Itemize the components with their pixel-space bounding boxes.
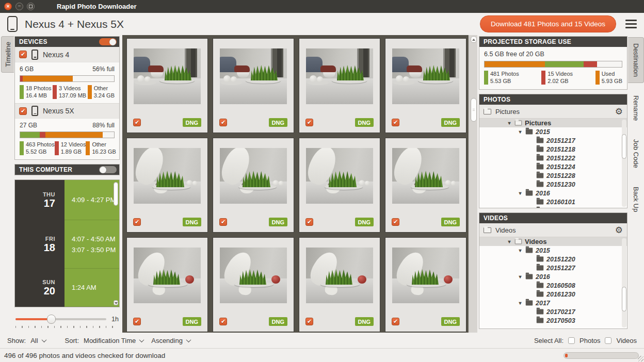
timeline-section[interactable]: FRI 18 4:07 - 4:50 AM 3:07 - 3:50 PM [15,220,119,269]
tree-scrollbar-thumb[interactable] [622,287,626,311]
thumbnail-cell[interactable]: DNG [213,237,294,332]
thumbnail-checkbox[interactable] [133,318,141,325]
expand-arrow-icon[interactable] [518,248,523,253]
tree-item[interactable]: Pictures [479,119,627,127]
tree-item[interactable]: 2017 [479,299,627,307]
tree-item[interactable]: 20170503 [479,316,627,325]
thumbnail-checkbox[interactable] [219,119,227,126]
sort-order-dropdown[interactable]: Ascending [151,337,190,344]
expand-arrow-icon[interactable] [518,300,523,306]
thumbnail-checkbox[interactable] [133,119,141,126]
timeline-resolution-slider[interactable] [15,315,106,324]
timeline-scrollbar-thumb[interactable] [114,182,118,206]
thumbnail-cell[interactable]: DNG [299,38,380,133]
slider-thumb[interactable] [47,315,56,324]
tree-item[interactable]: 20151217 [479,136,627,145]
tree-item[interactable]: 20161230 [479,290,627,299]
tree-item[interactable]: Videos [479,237,627,246]
show-dropdown[interactable]: All [30,337,45,344]
videos-destination-row[interactable]: Videos ⚙ [479,223,627,237]
tree-item[interactable]: 2016 [479,189,627,198]
thumbnail-cell[interactable]: DNG [213,38,294,133]
expand-arrow-icon[interactable] [507,239,512,244]
grid-scrollbar-thumb[interactable] [471,98,477,122]
thumbnail-cell[interactable]: DNG [213,138,294,233]
photos-destination-row[interactable]: Pictures ⚙ [479,105,627,119]
photo-layer [137,75,151,82]
hamburger-menu-icon[interactable] [625,20,637,29]
right-panel-tab[interactable]: Destination [628,37,644,83]
select-all-photos-checkbox[interactable] [568,337,575,344]
device-checkbox[interactable] [19,51,27,58]
tab-timeline[interactable]: Timeline [1,36,14,73]
timeline-section[interactable]: THU 17 4:09 - 4:27 PM [15,180,119,220]
timeline-scroll-down-icon[interactable] [114,300,118,305]
folder-icon [526,191,533,196]
scroll-up-icon[interactable] [471,36,477,43]
download-button[interactable]: Download 481 Photos and 15 Videos [480,15,616,32]
select-all-videos-checkbox[interactable] [605,337,611,344]
tree-item[interactable]: 20151227 [479,264,627,272]
thumbnail-checkbox[interactable] [305,218,313,226]
thumbnail-cell[interactable]: DNG [299,237,380,332]
device-stats: 6 GB 56% full 18 Photos16.4 MB 3 Videos1… [15,62,119,103]
tree-item[interactable]: 2015 [479,127,627,136]
thumbnail-checkbox[interactable] [392,119,399,126]
thumbnail-checkbox[interactable] [219,318,227,325]
tree-item[interactable]: 20151220 [479,255,627,264]
tree-item[interactable]: 20160508 [479,281,627,290]
expand-arrow-icon[interactable] [518,129,523,135]
thumbnail-cell[interactable]: DNG [385,237,466,332]
sort-dropdown[interactable]: Modification Time [84,337,143,344]
thumbnail-checkbox[interactable] [219,218,227,226]
maximize-icon[interactable] [27,3,35,10]
file-type-badge: DNG [269,118,287,127]
thumbnail-cell[interactable]: DNG [385,138,466,233]
close-icon[interactable] [4,3,12,10]
minimize-icon[interactable] [15,3,23,10]
device-row-nexus4[interactable]: Nexus 4 [15,47,119,62]
tree-item[interactable]: 2015 [479,246,627,255]
device-name: Nexus 4 [43,51,69,59]
right-panel-tab[interactable]: Job Code [628,133,644,174]
expand-arrow-icon[interactable] [518,274,523,279]
this-computer-toggle[interactable] [99,166,117,173]
thumbnail-cell[interactable]: DNG [126,237,208,332]
tree-item[interactable]: 20151218 [479,145,627,154]
tree-item[interactable]: 20160101 [479,198,627,206]
right-panel-tab[interactable]: Rename [628,89,644,127]
tree-scrollbar[interactable] [622,120,626,207]
expand-arrow-icon[interactable] [507,120,512,126]
gear-icon[interactable]: ⚙ [615,226,623,235]
thumbnail-checkbox[interactable] [305,119,313,126]
thumbnail-checkbox[interactable] [392,318,399,325]
timeline-section[interactable]: SUN 20 1:24 AM [15,269,119,307]
tree-item[interactable]: 20170217 [479,307,627,316]
thumbnail-checkbox[interactable] [305,318,313,325]
tree-item[interactable]: 2016 [479,272,627,281]
tree-item[interactable]: 20151224 [479,162,627,171]
tree-scrollbar-thumb[interactable] [622,134,626,159]
thumbnail-cell[interactable]: DNG [385,38,466,133]
tree-item[interactable]: 20151230 [479,180,627,189]
tree-item[interactable]: 20151228 [479,171,627,180]
tree-item[interactable]: 20151222 [479,154,627,162]
thumbnail-checkbox[interactable] [392,218,399,226]
right-panel-tab[interactable]: Back Up [628,180,644,218]
thumbnail-checkbox[interactable] [133,218,141,226]
thumbnail-cell[interactable]: DNG [299,138,380,233]
slider-track[interactable] [15,318,106,320]
resize-grip[interactable] [638,356,643,361]
device-checkbox[interactable] [19,107,27,115]
expand-arrow-icon[interactable] [518,190,523,196]
device-percent-full: 56% full [92,65,115,73]
tree-scrollbar[interactable] [622,238,626,327]
grid-scrollbar[interactable] [469,35,477,333]
device-row-nexus5x[interactable]: Nexus 5X [15,103,119,118]
timeline-day: SUN 20 [15,269,65,307]
devices-toggle[interactable] [99,38,117,45]
gear-icon[interactable]: ⚙ [615,107,623,116]
thumbnail-cell[interactable]: DNG [126,38,208,133]
tree-item[interactable]: 20160113 [479,206,627,208]
thumbnail-cell[interactable]: DNG [126,138,208,233]
